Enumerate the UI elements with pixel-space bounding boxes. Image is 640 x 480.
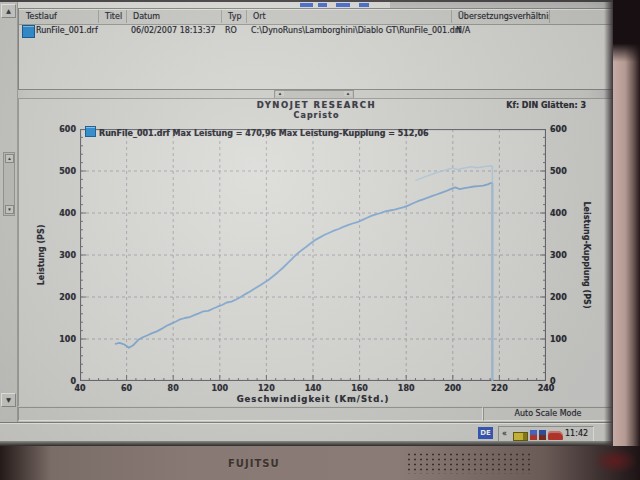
y-tick-label-left: 600: [44, 125, 76, 134]
tray-battery-icon[interactable]: [513, 432, 528, 441]
plot-area[interactable]: [80, 129, 546, 381]
chart-subtitle: Capristo: [19, 111, 613, 120]
status-cell-empty: [18, 407, 483, 421]
legend-text: RunFile_001.drf Max Leistung = 470,96 Ma…: [99, 129, 429, 138]
collapse-tray-icon[interactable]: «: [502, 429, 507, 438]
monitor-screen: ▲ ▴ ▾ ▼ Testlauf Titel Datum Typ Ort Übe…: [0, 0, 613, 446]
chart-panel: DYNOJET RESEARCH Capristo Kf: DIN Glätte…: [18, 98, 613, 408]
splitter-arrow-up-icon[interactable]: ▴: [5, 154, 14, 163]
x-axis-title: Geschwindigkeit (Km/Std.): [80, 394, 546, 404]
cell-typ: RO: [225, 26, 237, 35]
y-tick-label-left: 0: [44, 377, 76, 386]
x-tick-label: 60: [117, 384, 137, 393]
y-tick-label-left: 200: [44, 293, 76, 302]
tray-status-icon[interactable]: [530, 430, 537, 440]
speaker-grille: [406, 452, 534, 474]
monitor-photo: ▲ ▴ ▾ ▼ Testlauf Titel Datum Typ Ort Übe…: [0, 0, 640, 480]
y-tick-label-right: 500: [550, 167, 576, 176]
screen-right-edge: [604, 0, 613, 446]
tray-network-icon[interactable]: [539, 430, 546, 440]
table-header: Testlauf Titel Datum Typ Ort Übersetzung…: [19, 9, 613, 25]
taskbar-clock[interactable]: 11:42: [565, 429, 588, 438]
x-tick-label: 220: [489, 384, 509, 393]
auto-scale-mode-indicator[interactable]: Auto Scale Mode: [483, 407, 613, 421]
bezel-bottom: FUJITSU: [0, 446, 640, 480]
table-row[interactable]: RunFile_001.drf 06/02/2007 18:13:37 RO C…: [19, 25, 613, 39]
y-tick-label-left: 100: [44, 335, 76, 344]
bezel-right: [613, 0, 640, 480]
toolbar-fragment: [300, 3, 313, 7]
toolbar-fragment: [318, 3, 327, 7]
x-tick-label: 80: [163, 384, 183, 393]
screen-bottom-edge: [0, 441, 613, 446]
x-tick-label: 120: [256, 384, 276, 393]
y-tick-label-right: 200: [550, 293, 576, 302]
runs-table: Testlauf Titel Datum Typ Ort Übersetzung…: [18, 8, 613, 90]
col-header-ort[interactable]: Ort: [246, 9, 452, 23]
splitter-arrow-down-icon[interactable]: ▾: [5, 205, 14, 214]
splitter-arrow-left-icon[interactable]: ▴: [276, 91, 284, 96]
toolbar-fragment: [359, 3, 369, 7]
x-tick-label: 180: [396, 384, 416, 393]
x-tick-label: 200: [443, 384, 463, 393]
plot-svg: [80, 129, 546, 381]
language-indicator[interactable]: DE: [478, 427, 493, 439]
screen-top-edge: [0, 0, 613, 2]
x-tick-label: 140: [303, 384, 323, 393]
collapse-down-button[interactable]: ▼: [1, 393, 16, 407]
vertical-splitter-handle[interactable]: ▴ ▾: [3, 152, 15, 216]
splitter-arrow-right-icon[interactable]: ▴: [344, 91, 352, 96]
status-bar: Auto Scale Mode: [18, 406, 613, 421]
cell-datum: 06/02/2007 18:13:37: [131, 26, 216, 35]
background-reflection: [592, 448, 638, 474]
col-header-datum[interactable]: Datum: [126, 9, 222, 23]
x-tick-label: 160: [350, 384, 370, 393]
col-header-uebersetzung[interactable]: Übersetzungsverhältnis: [451, 9, 550, 23]
y-tick-label-left: 400: [44, 209, 76, 218]
y-axis-title-right: Leistung-Kupplung (PS): [582, 201, 591, 308]
col-header-typ[interactable]: Typ: [221, 9, 247, 23]
run-file-icon: [22, 25, 35, 38]
legend-swatch-icon: [85, 126, 96, 137]
y-tick-label-right: 100: [550, 335, 576, 344]
tray-dyno-car-icon[interactable]: [548, 431, 563, 440]
y-tick-label-right: 0: [550, 377, 576, 386]
cell-ort: C:\DynoRuns\Lamborghini\Diablo GT\RunFil…: [251, 26, 461, 35]
cell-testlauf: RunFile_001.drf: [36, 26, 98, 35]
y-tick-label-right: 300: [550, 251, 576, 260]
toolbar-fragment: [336, 3, 350, 7]
chart-settings-info: Kf: DIN Glätten: 3: [506, 101, 586, 110]
y-tick-label-right: 400: [550, 209, 576, 218]
col-header-testlauf[interactable]: Testlauf: [19, 9, 99, 23]
y-tick-label-left: 500: [44, 167, 76, 176]
y-tick-label-left: 300: [44, 251, 76, 260]
left-splitter-strip: ▲ ▴ ▾ ▼: [0, 2, 18, 446]
chart-legend: RunFile_001.drf Max Leistung = 470,96 Ma…: [85, 126, 429, 138]
collapse-up-button[interactable]: ▲: [1, 4, 16, 18]
x-tick-label: 100: [210, 384, 230, 393]
background-dark-corner: [613, 0, 640, 62]
col-header-titel[interactable]: Titel: [98, 9, 127, 23]
monitor-brand-logo: FUJITSU: [228, 458, 280, 469]
y-tick-label-right: 600: [550, 125, 576, 134]
cell-uebersetzung: N/A: [456, 26, 470, 35]
